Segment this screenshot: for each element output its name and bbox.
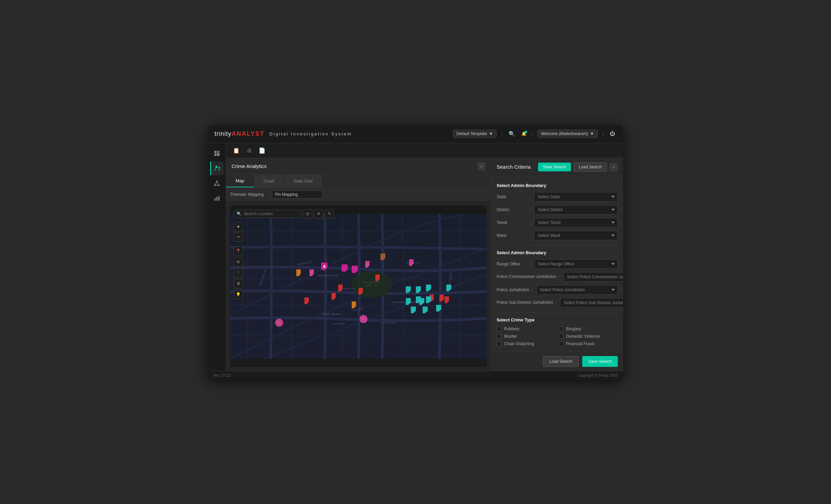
map-container: Venkataswamy Naidu Park Queens Rd Buleva… xyxy=(230,206,487,367)
sidebar-item-dashboard[interactable] xyxy=(210,147,224,160)
copyright-label: Copyright © Trinity 2020 xyxy=(578,373,618,377)
map-controls: 🔍 ⊙ ↺ ✎ + − xyxy=(234,209,334,299)
crime-type-murder[interactable]: Murder xyxy=(497,334,556,339)
police-sub-field-row: Police Sub Division Jurisdiction : Selec… xyxy=(497,298,618,307)
save-search-header-btn[interactable]: Save Search xyxy=(538,163,571,171)
ward-label: Ward xyxy=(497,233,527,238)
thematic-mapping-select[interactable]: Pin Mapping Heat Map Cluster Map xyxy=(272,190,323,199)
notification-bell[interactable]: 🔔 xyxy=(521,131,527,136)
svg-rect-0 xyxy=(214,151,217,153)
content-area: 📋 🖨 📄 Crime Analytics « Map Chart Data G… xyxy=(226,143,623,371)
template-dropdown[interactable]: Default Template ▼ xyxy=(453,130,497,138)
domestic-violence-checkbox[interactable] xyxy=(559,334,564,339)
svg-rect-2 xyxy=(214,153,217,156)
crime-type-robbery[interactable]: Robbery xyxy=(497,326,556,331)
right-panel-header: Search Criteria Save Search Load Search … xyxy=(491,158,623,176)
content-split: Crime Analytics « Map Chart Data Grid Th… xyxy=(226,158,623,371)
top-nav: trinityANALYST Digital Investigation Sys… xyxy=(208,125,623,143)
svg-rect-1 xyxy=(217,151,219,152)
zoom-out-btn[interactable]: − xyxy=(234,232,243,242)
svg-text:Venkataswamy: Venkataswamy xyxy=(363,280,381,283)
robbery-checkbox[interactable] xyxy=(497,326,501,331)
right-panel-actions: Save Search Load Search « xyxy=(538,162,618,172)
right-panel-collapse-btn[interactable]: « xyxy=(610,163,618,171)
police-jurisdiction-select[interactable]: Select Police Jurisdiction xyxy=(536,285,618,295)
thematic-separator: : xyxy=(267,191,269,198)
sidebar-item-crime-analytics[interactable] xyxy=(210,162,224,175)
map-search-bar: 🔍 xyxy=(234,210,301,218)
power-btn[interactable]: ⏻ xyxy=(608,129,616,138)
burglary-checkbox[interactable] xyxy=(559,326,564,331)
left-panel-collapse-btn[interactable]: « xyxy=(477,162,485,170)
tabs-row: Map Chart Data Grid xyxy=(226,175,491,188)
notes-icon[interactable]: 📋 xyxy=(232,146,241,155)
svg-rect-12 xyxy=(214,198,215,201)
crime-type-financial-fraud[interactable]: Financial Fraud xyxy=(559,341,618,346)
section-divider-2 xyxy=(497,312,618,313)
section2-title: Select Admin Boundary xyxy=(497,250,618,255)
logo: trinityANALYST Digital Investigation Sys… xyxy=(215,130,352,137)
layers-icon[interactable]: 📍 xyxy=(234,246,243,256)
logo-tagline: Digital Investigation System xyxy=(269,131,352,136)
marker-btn[interactable]: 💡 xyxy=(234,290,243,299)
svg-rect-13 xyxy=(216,197,217,201)
filter-btn[interactable]: ♡ xyxy=(234,268,243,278)
app-footer: Ver 1.0.12 Copyright © Trinity 2020 xyxy=(208,371,623,379)
logo-trinity: trinity xyxy=(215,130,232,137)
thematic-row: Thematic Mapping : Pin Mapping Heat Map … xyxy=(226,188,491,202)
tools-btn[interactable]: ✎ xyxy=(325,209,334,219)
tab-map[interactable]: Map xyxy=(226,175,254,187)
ward-select[interactable]: Select Ward xyxy=(534,231,618,240)
sidebar-item-charts[interactable] xyxy=(210,191,224,205)
crime-type-chain-snatching[interactable]: Chain Snatching xyxy=(497,341,556,346)
police-jurisdiction-label: Police Jurisdiction xyxy=(497,287,529,292)
refresh-btn[interactable]: ↺ xyxy=(314,209,323,219)
search-icon-btn[interactable]: 🔍 xyxy=(507,129,517,138)
crime-type-burglary[interactable]: Burglary xyxy=(559,326,618,331)
tab-data-grid[interactable]: Data Grid xyxy=(284,175,322,187)
svg-text:Park Plaza Junction: Park Plaza Junction xyxy=(392,301,416,304)
financial-fraud-checkbox[interactable] xyxy=(559,341,564,346)
financial-fraud-label: Financial Fraud xyxy=(566,341,594,346)
police-commissioner-field-row: Police Commissioner Jurisdiction : Selec… xyxy=(497,272,618,282)
export-icon[interactable]: 📄 xyxy=(257,146,267,155)
zoom-in-btn[interactable]: + xyxy=(234,222,243,231)
user-dropdown[interactable]: Welcome (Malleshwaram) ▼ xyxy=(537,130,598,138)
load-search-bottom-btn[interactable]: Load Search xyxy=(543,356,579,367)
sidebar-item-network[interactable] xyxy=(210,176,224,190)
range-office-label: Range Office xyxy=(497,262,527,266)
state-select[interactable]: Select State xyxy=(534,192,618,202)
main-layout: 📋 🖨 📄 Crime Analytics « Map Chart Data G… xyxy=(208,143,623,371)
save-search-bottom-btn[interactable]: Save Search xyxy=(582,356,618,367)
police-commissioner-select[interactable]: Select Police Commissioner Jurisdiction xyxy=(564,272,623,282)
locate-btn[interactable]: ⊙ xyxy=(303,209,312,219)
burglary-label: Burglary xyxy=(566,326,581,331)
notification-badge-dot xyxy=(524,131,527,133)
svg-text:Minsk Square: Minsk Square xyxy=(322,312,341,316)
panel-title: Crime Analytics xyxy=(232,163,266,169)
print-icon[interactable]: 🖨 xyxy=(245,146,253,155)
crime-type-grid: Robbery Burglary Murder xyxy=(497,326,618,346)
state-field-row: State : Select State xyxy=(497,192,618,202)
district-select[interactable]: Select District xyxy=(534,205,618,214)
map-search-input[interactable] xyxy=(244,211,298,216)
toolbar-row: 📋 🖨 📄 xyxy=(226,143,623,158)
load-search-header-btn[interactable]: Load Search xyxy=(574,162,607,172)
left-panel-header: Crime Analytics « xyxy=(226,158,491,175)
state-label: State xyxy=(497,194,527,199)
right-panel-footer: Load Search Save Search xyxy=(491,352,623,371)
tab-chart[interactable]: Chart xyxy=(254,175,284,187)
grid-btn[interactable]: ⊞ xyxy=(234,279,243,288)
murder-checkbox[interactable] xyxy=(497,334,501,339)
tehsil-select[interactable]: Select Tehsil xyxy=(534,218,618,227)
crime-type-domestic-violence[interactable]: Domestic Violence xyxy=(559,334,618,339)
svg-text:Cubbon Rd: Cubbon Rd xyxy=(331,322,345,325)
domestic-violence-label: Domestic Violence xyxy=(566,334,600,339)
range-office-select[interactable]: Select Range Office xyxy=(534,259,618,269)
search-criteria-title: Search Criteria xyxy=(497,164,531,170)
ward-field-row: Ward : Select Ward xyxy=(497,231,618,240)
chain-snatching-checkbox[interactable] xyxy=(497,341,501,346)
layers-btn[interactable]: ⧉ xyxy=(234,257,243,267)
police-sub-select[interactable]: Select Police Sub Division Jurisdiction xyxy=(560,298,623,307)
right-panel: Search Criteria Save Search Load Search … xyxy=(491,158,623,371)
